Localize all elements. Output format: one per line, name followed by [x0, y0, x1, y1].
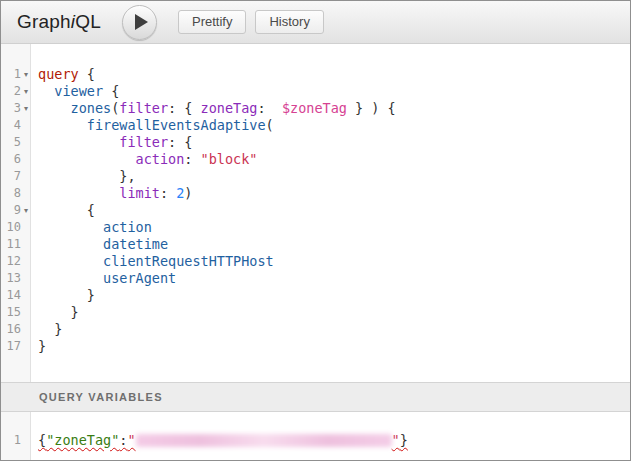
code-text: query { — [31, 66, 95, 83]
syntax-token: : — [258, 100, 282, 116]
line-number: 1 — [1, 432, 21, 449]
code-line: 10 action — [1, 219, 630, 236]
syntax-token — [38, 185, 119, 201]
code-line: 1{"zoneTag":""} — [1, 432, 630, 449]
line-number: 13 — [1, 270, 21, 287]
code-line: 15 } — [1, 304, 630, 321]
syntax-token: : — [160, 185, 176, 201]
fold-gutter-spacer — [21, 287, 31, 304]
syntax-token: datetime — [103, 236, 168, 252]
syntax-token: clientRequestHTTPHost — [103, 253, 274, 269]
syntax-token — [38, 151, 136, 167]
fold-arrow-icon[interactable]: ▾ — [21, 83, 31, 100]
line-number: 7 — [1, 168, 21, 185]
syntax-token: ( — [266, 117, 274, 133]
query-editor[interactable]: 1▾query {2▾ viewer {3▾ zones(filter: { z… — [1, 44, 630, 382]
code-line: 8 limit: 2) — [1, 185, 630, 202]
syntax-token: } — [38, 338, 46, 354]
syntax-token: filter — [119, 134, 168, 150]
line-number: 8 — [1, 185, 21, 202]
code-line: 13 userAgent — [1, 270, 630, 287]
fold-gutter-spacer — [21, 253, 31, 270]
syntax-token: { — [38, 202, 95, 218]
fold-gutter-spacer — [21, 219, 31, 236]
prettify-button[interactable]: Prettify — [178, 10, 246, 34]
code-text: limit: 2) — [31, 185, 192, 202]
syntax-token: } — [400, 432, 408, 448]
query-code-lines: 1▾query {2▾ viewer {3▾ zones(filter: { z… — [1, 44, 630, 355]
toolbar: GraphiQL Prettify History — [1, 1, 630, 44]
code-text: action — [31, 219, 152, 236]
syntax-token: } — [38, 321, 62, 337]
syntax-token: "block" — [201, 151, 258, 167]
code-text: { — [31, 202, 95, 219]
code-text: viewer { — [31, 83, 119, 100]
syntax-token: : { — [168, 134, 192, 150]
syntax-token: "zoneTag" — [46, 432, 119, 448]
line-number: 16 — [1, 321, 21, 338]
syntax-token: } — [38, 287, 95, 303]
code-text: clientRequestHTTPHost — [31, 253, 274, 270]
variables-editor[interactable]: 1{"zoneTag":""} — [1, 412, 630, 460]
code-line: 12 clientRequestHTTPHost — [1, 253, 630, 270]
code-text: action: "block" — [31, 151, 258, 168]
code-line: 16 } — [1, 321, 630, 338]
execute-query-button[interactable] — [122, 5, 157, 40]
fold-arrow-icon[interactable]: ▾ — [21, 202, 31, 219]
syntax-token: query — [38, 66, 79, 82]
syntax-token: userAgent — [103, 270, 176, 286]
code-line: 1▾query { — [1, 66, 630, 83]
line-number: 1 — [1, 66, 21, 83]
syntax-token: $zoneTag — [282, 100, 347, 116]
code-text: datetime — [31, 236, 168, 253]
fold-gutter-spacer — [21, 134, 31, 151]
code-text: } — [31, 287, 95, 304]
code-line: 4 firewallEventsAdaptive( — [1, 117, 630, 134]
fold-arrow-icon[interactable]: ▾ — [21, 100, 31, 117]
code-line: 6 action: "block" — [1, 151, 630, 168]
syntax-token: filter — [119, 100, 168, 116]
code-line: 3▾ zones(filter: { zoneTag: $zoneTag } )… — [1, 100, 630, 117]
syntax-token: ) — [184, 185, 192, 201]
play-icon — [135, 14, 148, 30]
syntax-token: limit — [119, 185, 160, 201]
syntax-token — [38, 219, 103, 235]
logo-text-graph: Graph — [17, 11, 71, 32]
syntax-token: : — [184, 151, 200, 167]
fold-gutter-spacer — [21, 168, 31, 185]
graphiql-logo: GraphiQL — [17, 11, 101, 33]
code-line: 7 }, — [1, 168, 630, 185]
syntax-token: zones — [71, 100, 112, 116]
syntax-token — [38, 253, 103, 269]
fold-gutter-spacer — [21, 304, 31, 321]
syntax-token — [38, 270, 103, 286]
line-number: 14 — [1, 287, 21, 304]
fold-gutter-spacer — [21, 270, 31, 287]
syntax-token — [38, 83, 54, 99]
syntax-token — [38, 100, 71, 116]
syntax-token: action — [136, 151, 185, 167]
code-text: firewallEventsAdaptive( — [31, 117, 274, 134]
variables-code-lines: 1{"zoneTag":""} — [1, 412, 630, 449]
fold-gutter-spacer — [21, 236, 31, 253]
line-number: 5 — [1, 134, 21, 151]
syntax-token: } ) { — [347, 100, 396, 116]
history-button[interactable]: History — [255, 10, 323, 34]
line-number: 17 — [1, 338, 21, 355]
line-number: 9 — [1, 202, 21, 219]
syntax-token — [38, 236, 103, 252]
code-text: } — [31, 338, 46, 355]
syntax-token — [38, 117, 87, 133]
code-text: userAgent — [31, 270, 176, 287]
redacted-zone-tag-value — [136, 434, 392, 447]
line-number: 4 — [1, 117, 21, 134]
syntax-token: zoneTag — [201, 100, 258, 116]
query-variables-header[interactable]: QUERY VARIABLES — [1, 382, 630, 412]
fold-arrow-icon[interactable]: ▾ — [21, 66, 31, 83]
code-text: filter: { — [31, 134, 192, 151]
line-number: 2 — [1, 83, 21, 100]
line-number: 12 — [1, 253, 21, 270]
code-text: zones(filter: { zoneTag: $zoneTag } ) { — [31, 100, 396, 117]
fold-gutter-spacer — [21, 338, 31, 355]
fold-gutter-spacer — [21, 432, 31, 449]
